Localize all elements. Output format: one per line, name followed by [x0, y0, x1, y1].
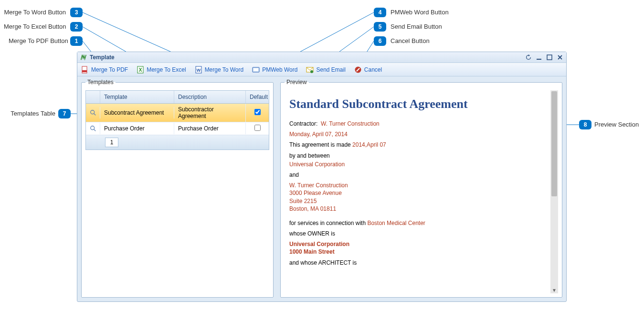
templates-panel: Templates Template Description Default S… — [81, 79, 274, 298]
col-template[interactable]: Template — [100, 91, 174, 103]
callout-badge-4: 4 — [374, 8, 386, 17]
merge-to-word-label: Merge To Word — [205, 66, 244, 73]
doc-date: Monday, April 07, 2014 — [289, 130, 549, 138]
magnifier-icon[interactable] — [90, 109, 96, 116]
preview-legend: Preview — [285, 79, 309, 86]
owner-label: whose OWNER is — [289, 230, 549, 237]
template-window: Template Merge To PDF X Merge To Excel W… — [77, 52, 567, 302]
cancel-icon — [354, 66, 362, 74]
services-prefix: for services in connection with — [289, 220, 366, 226]
row-description: Purchase Order — [174, 123, 246, 134]
row-template: Purchase Order — [100, 123, 174, 134]
callout-merge-word-label: Merge To Word Button — [4, 9, 66, 16]
callout-badge-2: 2 — [70, 22, 83, 32]
magnifier-icon[interactable] — [90, 125, 96, 132]
window-title: Template — [90, 54, 525, 61]
callout-merge-excel-label: Merge To Excel Button — [4, 23, 66, 30]
send-email-button[interactable]: Send Email — [306, 66, 345, 74]
col-default[interactable]: Default — [246, 91, 269, 103]
minimize-icon[interactable] — [536, 54, 542, 61]
merge-to-pdf-label: Merge To PDF — [91, 66, 128, 73]
callout-badge-5: 5 — [374, 22, 386, 32]
svg-rect-8 — [537, 59, 541, 60]
row-default-checkbox[interactable] — [254, 109, 261, 115]
cancel-label: Cancel — [364, 66, 382, 73]
svg-point-19 — [310, 70, 313, 73]
callout-cancel-label: Cancel Button — [391, 37, 430, 44]
merge-to-pdf-button[interactable]: Merge To PDF — [81, 66, 128, 74]
owner-addr: 1000 Main Street — [289, 248, 335, 255]
callout-templates-table-label: Templates Table — [8, 110, 55, 117]
party-b-addr3: Boston, MA 01811 — [289, 205, 336, 212]
table-row[interactable]: Subcontract Agreement Subcontractor Agre… — [86, 104, 269, 122]
merge-to-word-button[interactable]: W Merge To Word — [195, 66, 244, 74]
pmweb-word-icon — [252, 66, 260, 74]
preview-document: Standard Subcontract Agreement Contracto… — [285, 90, 558, 293]
pmweb-word-button[interactable]: PMWeb Word — [252, 66, 297, 74]
and-label: and — [289, 171, 549, 179]
refresh-icon[interactable] — [525, 54, 532, 61]
callout-badge-7: 7 — [58, 109, 71, 118]
preview-scrollbar[interactable]: ▲ ▼ — [550, 90, 558, 293]
email-icon — [306, 66, 314, 74]
templates-table: Template Description Default Subcontract… — [85, 90, 269, 150]
merge-to-excel-button[interactable]: X Merge To Excel — [137, 66, 186, 74]
callout-badge-1: 1 — [70, 36, 83, 46]
callout-badge-6: 6 — [374, 36, 386, 46]
contractor-value: W. Turner Construction — [321, 120, 380, 127]
svg-point-24 — [91, 126, 95, 130]
party-b-addr2: Suite 2215 — [289, 198, 317, 204]
templates-legend: Templates — [85, 79, 116, 86]
word-icon: W — [195, 66, 202, 74]
agreement-date: 2014,April 07 — [352, 141, 386, 148]
row-template: Subcontract Agreement — [100, 107, 174, 118]
preview-panel: Preview Standard Subcontract Agreement C… — [280, 79, 562, 298]
titlebar[interactable]: Template — [77, 52, 566, 63]
architect-label: and whose ARCHITECT is — [289, 259, 549, 267]
scroll-down-icon[interactable]: ▼ — [550, 287, 558, 293]
callout-badge-8: 8 — [579, 120, 591, 129]
row-default-checkbox[interactable] — [254, 125, 261, 131]
by-and-between: by and between — [289, 152, 549, 160]
owner-name: Universal Corporation — [289, 241, 349, 247]
svg-line-25 — [94, 129, 96, 131]
templates-table-header: Template Description Default — [86, 91, 269, 104]
maximize-icon[interactable] — [546, 54, 553, 61]
scroll-thumb[interactable] — [551, 91, 557, 196]
callout-pmweb-word-label: PMWeb Word Button — [391, 9, 449, 16]
pmweb-word-label: PMWeb Word — [262, 66, 297, 73]
close-icon[interactable] — [557, 54, 563, 61]
party-a: Universal Corporation — [289, 161, 549, 168]
pdf-icon — [81, 66, 89, 74]
merge-to-excel-label: Merge To Excel — [147, 66, 186, 73]
callout-preview-label: Preview Section — [594, 121, 639, 128]
svg-rect-11 — [82, 70, 87, 72]
services-value: Boston Medical Center — [367, 220, 425, 226]
callout-merge-pdf-label: Merge To PDF Button — [9, 37, 66, 44]
agreement-prefix: This agreement is made — [289, 141, 351, 148]
svg-text:X: X — [139, 67, 142, 73]
cancel-button[interactable]: Cancel — [354, 66, 382, 74]
excel-icon: X — [137, 66, 144, 74]
callout-badge-3: 3 — [70, 8, 83, 17]
table-pager: 1 — [86, 135, 269, 150]
col-description[interactable]: Description — [174, 91, 246, 103]
row-description: Subcontractor Agreement — [174, 104, 246, 122]
app-logo-icon — [80, 54, 87, 61]
svg-text:W: W — [196, 68, 201, 73]
svg-rect-9 — [547, 55, 552, 60]
svg-line-23 — [94, 114, 96, 116]
party-b-addr1: 3000 Please Avenue — [289, 190, 342, 196]
send-email-label: Send Email — [316, 66, 345, 73]
toolbar: Merge To PDF X Merge To Excel W Merge To… — [77, 63, 566, 76]
table-row[interactable]: Purchase Order Purchase Order — [86, 122, 269, 135]
doc-title: Standard Subcontract Agreement — [289, 97, 549, 111]
contractor-label: Contractor: — [289, 120, 317, 127]
callout-send-email-label: Send Email Button — [391, 23, 442, 30]
page-number[interactable]: 1 — [105, 138, 118, 147]
svg-rect-17 — [253, 68, 258, 71]
party-b-name: W. Turner Construction — [289, 182, 348, 189]
svg-point-22 — [91, 110, 95, 114]
